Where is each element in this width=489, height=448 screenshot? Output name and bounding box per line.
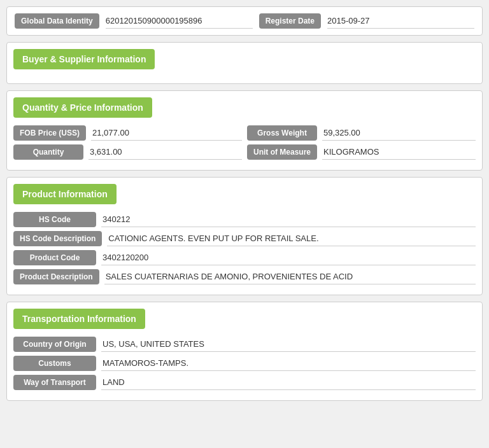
quantity-uom-row: Quantity 3,631.00 Unit of Measure KILOGR… xyxy=(13,144,476,160)
product-code-value: 3402120200 xyxy=(101,250,476,265)
hs-code-value: 340212 xyxy=(101,212,476,227)
quantity-price-title: Quantity & Price Information xyxy=(13,97,152,118)
quantity-value: 3,631.00 xyxy=(89,144,242,160)
product-title: Product Information xyxy=(13,184,117,204)
product-desc-value: SALES CUATERNARIAS DE AMONIO, PROVENIENT… xyxy=(104,269,476,284)
quantity-price-body: FOB Price (USS) 21,077.00 Gross Weight 5… xyxy=(7,122,482,170)
quantity-label: Quantity xyxy=(13,144,83,160)
way-of-transport-label: Way of Transport xyxy=(13,375,96,390)
buyer-supplier-section: Buyer & Supplier Information xyxy=(6,42,483,84)
buyer-supplier-body xyxy=(7,73,482,83)
product-code-label: Product Code xyxy=(13,250,96,265)
quantity-col: Quantity 3,631.00 xyxy=(13,144,242,160)
transportation-section: Transportation Information Country of Or… xyxy=(6,302,483,401)
customs-value: MATAMOROS-TAMPS. xyxy=(101,356,476,371)
hs-code-desc-row: HS Code Description CATIONIC AGENTS. EVE… xyxy=(13,231,476,246)
country-of-origin-row: Country of Origin US, USA, UNITED STATES xyxy=(13,337,476,352)
quantity-price-section: Quantity & Price Information FOB Price (… xyxy=(6,90,483,171)
country-of-origin-label: Country of Origin xyxy=(13,337,96,352)
unit-of-measure-value: KILOGRAMOS xyxy=(322,144,476,160)
gross-weight-value: 59,325.00 xyxy=(322,125,476,141)
register-date-label: Register Date xyxy=(259,13,321,29)
global-data-identity-value: 620120150900000195896 xyxy=(106,13,253,29)
product-body: HS Code 340212 HS Code Description CATIO… xyxy=(7,208,482,295)
fob-price-col: FOB Price (USS) 21,077.00 xyxy=(13,125,242,141)
transportation-title: Transportation Information xyxy=(13,309,145,329)
unit-of-measure-col: Unit of Measure KILOGRAMOS xyxy=(247,144,476,160)
product-code-row: Product Code 3402120200 xyxy=(13,250,476,265)
customs-row: Customs MATAMOROS-TAMPS. xyxy=(13,356,476,371)
way-of-transport-row: Way of Transport LAND xyxy=(13,375,476,390)
hs-code-desc-label: HS Code Description xyxy=(13,231,102,246)
fob-price-label: FOB Price (USS) xyxy=(13,125,86,141)
fob-gross-row: FOB Price (USS) 21,077.00 Gross Weight 5… xyxy=(13,125,476,141)
country-of-origin-value: US, USA, UNITED STATES xyxy=(101,337,476,352)
gross-weight-col: Gross Weight 59,325.00 xyxy=(247,125,476,141)
hs-code-row: HS Code 340212 xyxy=(13,212,476,227)
register-date-value: 2015-09-27 xyxy=(327,13,474,29)
way-of-transport-value: LAND xyxy=(101,375,476,390)
hs-code-label: HS Code xyxy=(13,212,96,227)
page-wrapper: Global Data Identity 6201201509000001958… xyxy=(6,6,483,401)
product-desc-label: Product Description xyxy=(13,269,99,284)
transportation-body: Country of Origin US, USA, UNITED STATES… xyxy=(7,333,482,400)
customs-label: Customs xyxy=(13,356,96,371)
identity-row: Global Data Identity 6201201509000001958… xyxy=(6,6,483,36)
hs-code-desc-value: CATIONIC AGENTS. EVEN PUT UP FOR RETAIL … xyxy=(107,231,476,246)
product-desc-row: Product Description SALES CUATERNARIAS D… xyxy=(13,269,476,284)
fob-price-value: 21,077.00 xyxy=(91,125,242,141)
unit-of-measure-label: Unit of Measure xyxy=(247,144,317,160)
product-section: Product Information HS Code 340212 HS Co… xyxy=(6,177,483,295)
gross-weight-label: Gross Weight xyxy=(247,125,317,141)
global-data-identity-label: Global Data Identity xyxy=(15,13,99,29)
buyer-supplier-title: Buyer & Supplier Information xyxy=(13,49,155,69)
